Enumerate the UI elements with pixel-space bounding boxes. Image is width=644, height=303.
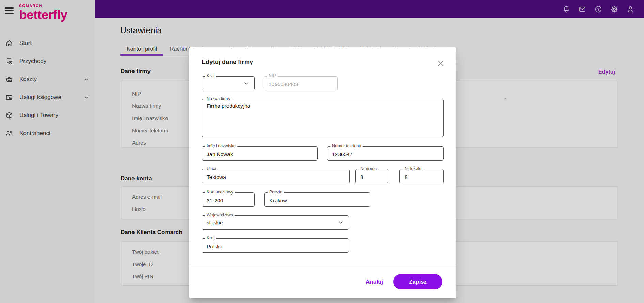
nr-lokalu-field[interactable]: Nr lokalu bbox=[399, 169, 444, 183]
field-label: Nr domu bbox=[359, 166, 378, 171]
nazwa-firmy-field[interactable]: Nazwa firmy Firma produkcyjna bbox=[202, 99, 444, 137]
wojewodztwo-select[interactable]: Województwo śląskie bbox=[202, 215, 349, 230]
dialog-title: Edytuj dane firmy bbox=[202, 58, 253, 66]
imie-nazwisko-input[interactable] bbox=[202, 147, 317, 160]
nazwa-firmy-input[interactable]: Firma produkcyjna bbox=[202, 99, 443, 137]
dialog-footer: Anuluj Zapisz bbox=[189, 265, 456, 298]
field-label: Kod pocztowy bbox=[205, 190, 235, 195]
kod-pocztowy-field[interactable]: Kod pocztowy bbox=[202, 192, 255, 207]
kraj-field[interactable]: Kraj bbox=[202, 238, 349, 253]
numer-telefonu-field[interactable]: Numer telefonu bbox=[327, 146, 444, 161]
field-label: Nr lokalu bbox=[403, 166, 423, 171]
cancel-button[interactable]: Anuluj bbox=[366, 279, 383, 285]
poczta-field[interactable]: Poczta bbox=[264, 192, 370, 207]
numer-telefonu-input[interactable] bbox=[327, 147, 443, 160]
nr-lokalu-input[interactable] bbox=[400, 169, 443, 183]
field-label: Numer telefonu bbox=[330, 144, 363, 148]
nip-field: NIP bbox=[264, 76, 338, 90]
kraj-select[interactable]: Kraj bbox=[202, 76, 255, 90]
chevron-down-icon bbox=[244, 81, 249, 86]
ulica-input[interactable] bbox=[202, 169, 349, 183]
chevron-down-icon bbox=[338, 220, 343, 225]
kod-pocztowy-input[interactable] bbox=[202, 193, 254, 206]
field-label: NIP bbox=[267, 73, 278, 78]
imie-nazwisko-field[interactable]: Imię i nazwisko bbox=[202, 146, 318, 161]
field-label: Imię i nazwisko bbox=[205, 144, 237, 148]
poczta-input[interactable] bbox=[265, 193, 370, 206]
field-label: Nazwa firmy bbox=[205, 96, 232, 101]
nr-domu-field[interactable]: Nr domu bbox=[355, 169, 388, 183]
save-button[interactable]: Zapisz bbox=[393, 274, 442, 289]
edit-company-dialog: Edytuj dane firmy Kraj NIP Nazwa firmy F… bbox=[189, 47, 456, 298]
field-label: Ulica bbox=[205, 166, 218, 171]
field-label: Kraj bbox=[205, 236, 216, 240]
nip-input bbox=[264, 77, 337, 90]
kraj-input[interactable] bbox=[202, 239, 349, 252]
field-label: Województwo bbox=[205, 213, 235, 217]
close-button[interactable] bbox=[436, 59, 445, 68]
ulica-field[interactable]: Ulica bbox=[202, 169, 350, 183]
app-root: COMARCH betterfly Start Przychody Koszty… bbox=[0, 0, 644, 303]
field-label: Kraj bbox=[205, 73, 216, 78]
close-icon bbox=[437, 59, 445, 67]
nr-domu-input[interactable] bbox=[356, 169, 388, 183]
field-label: Poczta bbox=[268, 190, 284, 195]
